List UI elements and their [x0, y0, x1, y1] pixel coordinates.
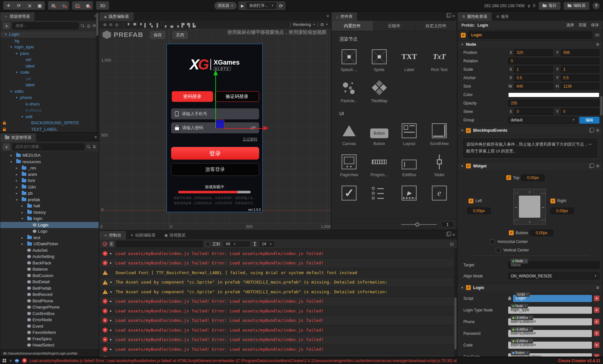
hierarchy-node-row[interactable]: ▾code	[0, 69, 99, 76]
align-h-center-icon[interactable]: ▚	[148, 23, 154, 28]
expand-arrow-icon[interactable]: ▶	[110, 319, 113, 322]
hierarchy-node-row[interactable]: ▾phone	[0, 94, 99, 101]
console-log-row[interactable]: ✕▶Load assets/myBundle/index.js failed! …	[99, 335, 457, 345]
camera-icon[interactable]: ⏣	[320, 22, 324, 27]
asset-row[interactable]: Logo	[0, 228, 99, 235]
component-enabled-checkbox[interactable]: ✓	[466, 128, 471, 133]
widget-item-splash-[interactable]: Splash ...	[334, 43, 364, 75]
zoom-in-icon[interactable]: ⊕	[102, 22, 108, 27]
tree-arrow-icon[interactable]: ▾	[10, 45, 15, 49]
hierarchy-node-row[interactable]: k-shuru1	[0, 107, 99, 114]
menu-icon[interactable]: ≡	[9, 358, 12, 363]
console-log-row[interactable]: ✕▶Load assets/myBundle/index.js failed! …	[99, 249, 457, 259]
widget-bottom-value[interactable]: 0.00px	[530, 230, 553, 236]
password-field[interactable]: cEditBox↗edit<EditBox>	[508, 330, 592, 337]
gear-icon[interactable]: ⚙	[596, 128, 599, 133]
clear-console-icon[interactable]	[103, 242, 107, 246]
widget-item-slider[interactable]: Slider	[424, 149, 455, 180]
widget-item-pageview[interactable]: PageView	[334, 149, 364, 180]
asset-row[interactable]: ▸i18n	[0, 184, 99, 190]
asset-row[interactable]: ▸pb	[0, 190, 99, 197]
distribute-bottom-icon[interactable]: ▗	[175, 23, 180, 28]
login-type-node-field[interactable]: Node↗login_type	[508, 307, 592, 314]
widget-item-button[interactable]: ButtonButton	[364, 117, 395, 149]
tree-arrow-icon[interactable]: ▾	[5, 32, 9, 36]
help-button[interactable]: ?	[593, 2, 600, 9]
widget-item-canvas[interactable]: Canvas	[334, 117, 364, 149]
tree-arrow-icon[interactable]: ▾	[10, 160, 15, 164]
expand-arrow-icon[interactable]: ▶	[110, 338, 113, 341]
console-log-row[interactable]: ✕▶Load assets/myBundle/index.js failed! …	[99, 325, 457, 335]
tree-arrow-icon[interactable]: ▾	[16, 198, 20, 201]
eye-slash-icon[interactable]	[250, 127, 255, 129]
widget-left-checkbox[interactable]: ✓	[469, 199, 473, 203]
asset-row[interactable]: ▸test	[0, 235, 99, 241]
tab-hierarchy[interactable]: ⊢ 层级管理器	[0, 12, 34, 21]
asset-row[interactable]: BackPack	[0, 260, 99, 266]
tree-arrow-icon[interactable]: ▾	[10, 90, 15, 93]
widget-right-value[interactable]: 0.00px	[550, 208, 574, 214]
widget-item-rich-text[interactable]: TxTRich Text	[424, 43, 455, 75]
vertical-center-checkbox[interactable]	[496, 248, 501, 253]
align-left-icon[interactable]: ▌	[143, 23, 149, 28]
panel-menu-icon[interactable]: ≡	[452, 232, 455, 237]
node-name-field[interactable]: Login	[468, 31, 592, 39]
scale-y-field[interactable]: 1	[561, 66, 600, 73]
asset-row[interactable]: ▸UIDatePicker	[0, 241, 99, 247]
remove-reference-button[interactable]: ✕	[594, 296, 599, 301]
tree-arrow-icon[interactable]: ▸	[16, 173, 20, 176]
asset-row[interactable]: ▾resources	[0, 159, 99, 165]
console-scrollbar[interactable]	[454, 249, 457, 357]
prefab-revert-button[interactable]: 回退	[579, 22, 586, 28]
hierarchy-node-row[interactable]: label	[0, 63, 99, 69]
widget-top-value[interactable]: 0.00px	[521, 175, 545, 181]
tree-arrow-icon[interactable]: ▸	[21, 204, 26, 208]
widget-item-editbox[interactable]: EditBox	[394, 149, 424, 180]
console-log-row[interactable]: ✕▶Load assets/myBundle/index.js failed! …	[99, 345, 457, 354]
asset-row[interactable]: Login	[0, 222, 99, 228]
anchor-toggle-button[interactable]: ⊹	[58, 1, 69, 10]
panel-menu-icon[interactable]: ≡	[94, 135, 97, 140]
skew-y-field[interactable]: 0	[561, 108, 600, 115]
widget-item-togglelist[interactable]	[364, 180, 395, 211]
inspector-scrollbar[interactable]	[600, 96, 603, 115]
platform-select[interactable]: 浏览器 ▼	[214, 2, 237, 9]
asset-row[interactable]: ▾login	[0, 215, 99, 222]
remove-reference-button[interactable]: ✕	[594, 319, 599, 324]
rotate-tool-button[interactable]: ⟳	[14, 1, 24, 10]
asset-row[interactable]: ▸anim	[0, 171, 99, 178]
anchor-x-field[interactable]: 0.5	[514, 75, 553, 81]
widget-zoom-slider[interactable]	[401, 224, 437, 225]
tree-arrow-icon[interactable]: ▸	[10, 153, 15, 157]
opacity-field[interactable]: 255	[508, 100, 599, 106]
search-icon[interactable]	[81, 24, 84, 28]
widget-right-checkbox[interactable]: ✓	[550, 199, 555, 203]
size-w-field[interactable]: 640	[514, 83, 553, 90]
component-enabled-checkbox[interactable]: ✓	[466, 285, 471, 290]
widget-item-layout[interactable]: Layout	[394, 117, 424, 149]
collapse-logs-icon[interactable]: ⊡	[450, 242, 454, 247]
remove-reference-button[interactable]: ✕	[594, 354, 599, 357]
current-open-select[interactable]: 当前打开... ▼	[246, 2, 276, 9]
tree-arrow-icon[interactable]: ▸	[16, 185, 20, 189]
expand-arrow-icon[interactable]: ▶	[110, 309, 113, 312]
open-editor-button[interactable]: 编辑器	[564, 2, 590, 10]
prefab-save-button[interactable]: 保存	[150, 31, 165, 39]
asset-row[interactable]: ChangePhone	[0, 304, 99, 310]
zoom-reset-icon[interactable]: ◎	[114, 22, 119, 27]
rotation-field[interactable]: 0	[508, 58, 599, 64]
widget-item-scrollview[interactable]: ScrollView	[424, 117, 455, 149]
component-enabled-checkbox[interactable]: ✓	[466, 164, 471, 168]
widget-item-web[interactable]: e	[424, 180, 455, 211]
asset-row[interactable]: ErrorNode	[0, 317, 99, 323]
status-error-message[interactable]: ✕ Load assets/myBundle/index.js failed! …	[22, 358, 457, 363]
blockinputevents-section-header[interactable]: ▼ ✓ BlockInputEvents ⚙	[458, 126, 603, 134]
login-prefab-node[interactable]: XG XGames SLOTS 密码登录 验证码登录 请输入手机号	[167, 44, 263, 212]
expand-arrow-icon[interactable]: ▶	[110, 329, 113, 332]
tab-inspector[interactable]: ⚙ 属性检查器	[458, 12, 492, 21]
gear-icon[interactable]: ⚙	[596, 285, 599, 290]
expand-arrow-icon[interactable]: ▶	[110, 300, 113, 303]
scale-tool-button[interactable]: ⇲	[24, 1, 34, 10]
distribute-top-icon[interactable]: ▖	[164, 23, 169, 28]
asset-row[interactable]: BetDetail	[0, 279, 99, 285]
